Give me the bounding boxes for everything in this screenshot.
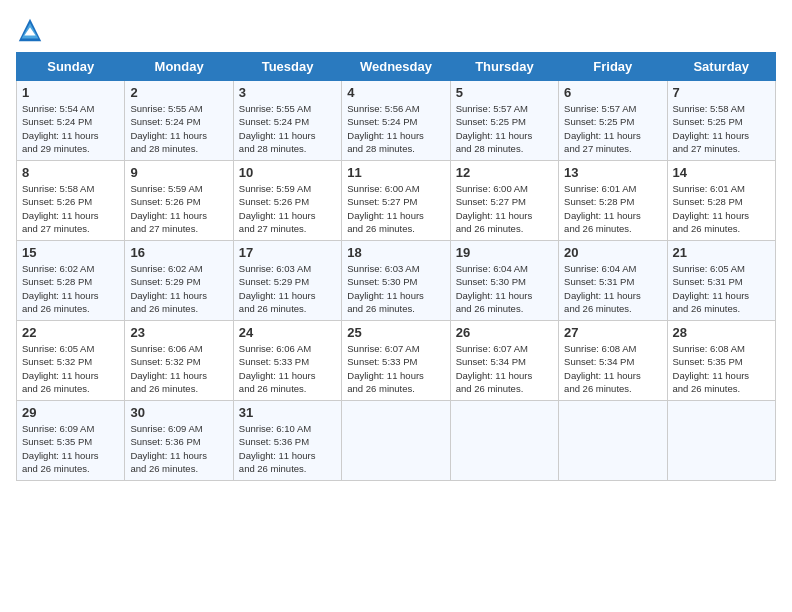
day-number: 19: [456, 245, 553, 260]
day-info: Sunrise: 6:05 AM Sunset: 5:32 PM Dayligh…: [22, 342, 119, 395]
calendar-cell: 8Sunrise: 5:58 AM Sunset: 5:26 PM Daylig…: [17, 161, 125, 241]
day-of-week-header: Sunday: [17, 53, 125, 81]
calendar-cell: 15Sunrise: 6:02 AM Sunset: 5:28 PM Dayli…: [17, 241, 125, 321]
calendar-week-row: 8Sunrise: 5:58 AM Sunset: 5:26 PM Daylig…: [17, 161, 776, 241]
day-info: Sunrise: 5:57 AM Sunset: 5:25 PM Dayligh…: [564, 102, 661, 155]
day-number: 2: [130, 85, 227, 100]
calendar-cell: 21Sunrise: 6:05 AM Sunset: 5:31 PM Dayli…: [667, 241, 775, 321]
day-info: Sunrise: 5:54 AM Sunset: 5:24 PM Dayligh…: [22, 102, 119, 155]
day-info: Sunrise: 5:58 AM Sunset: 5:26 PM Dayligh…: [22, 182, 119, 235]
day-info: Sunrise: 5:55 AM Sunset: 5:24 PM Dayligh…: [130, 102, 227, 155]
day-number: 10: [239, 165, 336, 180]
day-number: 21: [673, 245, 770, 260]
day-number: 12: [456, 165, 553, 180]
calendar-cell: 17Sunrise: 6:03 AM Sunset: 5:29 PM Dayli…: [233, 241, 341, 321]
calendar-cell: 30Sunrise: 6:09 AM Sunset: 5:36 PM Dayli…: [125, 401, 233, 481]
day-info: Sunrise: 6:01 AM Sunset: 5:28 PM Dayligh…: [564, 182, 661, 235]
day-info: Sunrise: 6:10 AM Sunset: 5:36 PM Dayligh…: [239, 422, 336, 475]
calendar-cell: 26Sunrise: 6:07 AM Sunset: 5:34 PM Dayli…: [450, 321, 558, 401]
day-info: Sunrise: 5:57 AM Sunset: 5:25 PM Dayligh…: [456, 102, 553, 155]
calendar-week-row: 29Sunrise: 6:09 AM Sunset: 5:35 PM Dayli…: [17, 401, 776, 481]
day-number: 26: [456, 325, 553, 340]
calendar-cell: 16Sunrise: 6:02 AM Sunset: 5:29 PM Dayli…: [125, 241, 233, 321]
calendar-cell: 12Sunrise: 6:00 AM Sunset: 5:27 PM Dayli…: [450, 161, 558, 241]
day-number: 27: [564, 325, 661, 340]
day-info: Sunrise: 6:02 AM Sunset: 5:28 PM Dayligh…: [22, 262, 119, 315]
day-number: 13: [564, 165, 661, 180]
day-number: 18: [347, 245, 444, 260]
day-number: 16: [130, 245, 227, 260]
day-info: Sunrise: 6:08 AM Sunset: 5:35 PM Dayligh…: [673, 342, 770, 395]
day-info: Sunrise: 6:06 AM Sunset: 5:32 PM Dayligh…: [130, 342, 227, 395]
calendar-cell: 24Sunrise: 6:06 AM Sunset: 5:33 PM Dayli…: [233, 321, 341, 401]
calendar-cell: 11Sunrise: 6:00 AM Sunset: 5:27 PM Dayli…: [342, 161, 450, 241]
day-number: 5: [456, 85, 553, 100]
day-number: 3: [239, 85, 336, 100]
day-number: 31: [239, 405, 336, 420]
logo-icon: [16, 16, 44, 44]
day-number: 8: [22, 165, 119, 180]
page-header: [16, 16, 776, 44]
day-number: 25: [347, 325, 444, 340]
day-number: 29: [22, 405, 119, 420]
day-number: 15: [22, 245, 119, 260]
day-of-week-header: Monday: [125, 53, 233, 81]
calendar-cell: 9Sunrise: 5:59 AM Sunset: 5:26 PM Daylig…: [125, 161, 233, 241]
day-info: Sunrise: 5:59 AM Sunset: 5:26 PM Dayligh…: [239, 182, 336, 235]
day-info: Sunrise: 6:04 AM Sunset: 5:31 PM Dayligh…: [564, 262, 661, 315]
calendar-cell: 10Sunrise: 5:59 AM Sunset: 5:26 PM Dayli…: [233, 161, 341, 241]
day-info: Sunrise: 6:07 AM Sunset: 5:34 PM Dayligh…: [456, 342, 553, 395]
calendar-cell: 23Sunrise: 6:06 AM Sunset: 5:32 PM Dayli…: [125, 321, 233, 401]
day-info: Sunrise: 6:00 AM Sunset: 5:27 PM Dayligh…: [347, 182, 444, 235]
day-of-week-header: Friday: [559, 53, 667, 81]
calendar-cell: [667, 401, 775, 481]
calendar-cell: 14Sunrise: 6:01 AM Sunset: 5:28 PM Dayli…: [667, 161, 775, 241]
day-info: Sunrise: 6:05 AM Sunset: 5:31 PM Dayligh…: [673, 262, 770, 315]
calendar-cell: 27Sunrise: 6:08 AM Sunset: 5:34 PM Dayli…: [559, 321, 667, 401]
day-info: Sunrise: 6:03 AM Sunset: 5:30 PM Dayligh…: [347, 262, 444, 315]
calendar-cell: 5Sunrise: 5:57 AM Sunset: 5:25 PM Daylig…: [450, 81, 558, 161]
calendar-cell: 31Sunrise: 6:10 AM Sunset: 5:36 PM Dayli…: [233, 401, 341, 481]
day-of-week-header: Saturday: [667, 53, 775, 81]
calendar-cell: 28Sunrise: 6:08 AM Sunset: 5:35 PM Dayli…: [667, 321, 775, 401]
day-number: 28: [673, 325, 770, 340]
day-of-week-header: Wednesday: [342, 53, 450, 81]
day-of-week-header: Thursday: [450, 53, 558, 81]
calendar-cell: 18Sunrise: 6:03 AM Sunset: 5:30 PM Dayli…: [342, 241, 450, 321]
day-of-week-header: Tuesday: [233, 53, 341, 81]
calendar-cell: 4Sunrise: 5:56 AM Sunset: 5:24 PM Daylig…: [342, 81, 450, 161]
day-number: 7: [673, 85, 770, 100]
day-number: 4: [347, 85, 444, 100]
day-info: Sunrise: 6:09 AM Sunset: 5:36 PM Dayligh…: [130, 422, 227, 475]
logo: [16, 16, 48, 44]
calendar-cell: 7Sunrise: 5:58 AM Sunset: 5:25 PM Daylig…: [667, 81, 775, 161]
calendar-cell: 13Sunrise: 6:01 AM Sunset: 5:28 PM Dayli…: [559, 161, 667, 241]
day-info: Sunrise: 5:55 AM Sunset: 5:24 PM Dayligh…: [239, 102, 336, 155]
day-info: Sunrise: 6:07 AM Sunset: 5:33 PM Dayligh…: [347, 342, 444, 395]
day-info: Sunrise: 6:02 AM Sunset: 5:29 PM Dayligh…: [130, 262, 227, 315]
calendar-cell: 25Sunrise: 6:07 AM Sunset: 5:33 PM Dayli…: [342, 321, 450, 401]
day-number: 6: [564, 85, 661, 100]
day-number: 23: [130, 325, 227, 340]
calendar-cell: [559, 401, 667, 481]
calendar-week-row: 22Sunrise: 6:05 AM Sunset: 5:32 PM Dayli…: [17, 321, 776, 401]
day-info: Sunrise: 5:59 AM Sunset: 5:26 PM Dayligh…: [130, 182, 227, 235]
calendar-header-row: SundayMondayTuesdayWednesdayThursdayFrid…: [17, 53, 776, 81]
day-info: Sunrise: 6:09 AM Sunset: 5:35 PM Dayligh…: [22, 422, 119, 475]
calendar-cell: 2Sunrise: 5:55 AM Sunset: 5:24 PM Daylig…: [125, 81, 233, 161]
calendar-table: SundayMondayTuesdayWednesdayThursdayFrid…: [16, 52, 776, 481]
day-info: Sunrise: 6:08 AM Sunset: 5:34 PM Dayligh…: [564, 342, 661, 395]
day-number: 30: [130, 405, 227, 420]
day-info: Sunrise: 6:06 AM Sunset: 5:33 PM Dayligh…: [239, 342, 336, 395]
day-number: 22: [22, 325, 119, 340]
calendar-cell: 3Sunrise: 5:55 AM Sunset: 5:24 PM Daylig…: [233, 81, 341, 161]
calendar-cell: 6Sunrise: 5:57 AM Sunset: 5:25 PM Daylig…: [559, 81, 667, 161]
day-info: Sunrise: 6:00 AM Sunset: 5:27 PM Dayligh…: [456, 182, 553, 235]
day-number: 20: [564, 245, 661, 260]
calendar-cell: 1Sunrise: 5:54 AM Sunset: 5:24 PM Daylig…: [17, 81, 125, 161]
day-info: Sunrise: 5:56 AM Sunset: 5:24 PM Dayligh…: [347, 102, 444, 155]
calendar-cell: 29Sunrise: 6:09 AM Sunset: 5:35 PM Dayli…: [17, 401, 125, 481]
day-info: Sunrise: 6:01 AM Sunset: 5:28 PM Dayligh…: [673, 182, 770, 235]
day-number: 14: [673, 165, 770, 180]
day-info: Sunrise: 5:58 AM Sunset: 5:25 PM Dayligh…: [673, 102, 770, 155]
